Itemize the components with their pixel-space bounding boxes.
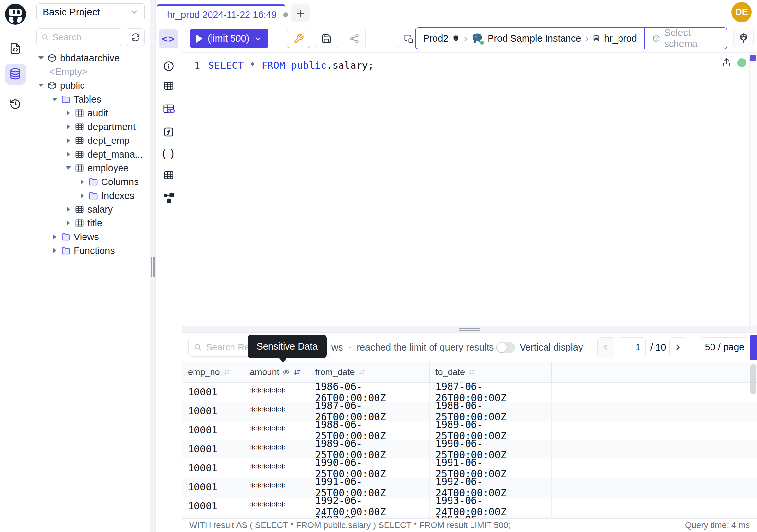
cell-amount-masked[interactable]: ****** <box>244 478 309 497</box>
cell-from_date[interactable]: 1992-06-24T00:00:00Z <box>309 497 430 516</box>
tree-item-functions[interactable]: Functions <box>31 244 150 258</box>
cell-to_date[interactable]: 1992-06-24T00:00:00Z <box>430 478 552 497</box>
cell-emp_no[interactable]: 10001 <box>182 497 244 516</box>
cell-to_date[interactable]: 1990-06-25T00:00:00Z <box>430 440 552 459</box>
tree-item-tables[interactable]: Tables <box>31 92 150 106</box>
cell-from_date[interactable]: 1989-06-25T00:00:00Z <box>309 440 430 459</box>
table-row[interactable]: 10001 ****** 1990-06-25T00:00:00Z 1991-0… <box>182 459 757 478</box>
run-query-button[interactable]: (limit 500) <box>190 29 268 48</box>
cell-to_date[interactable]: 1989-06-25T00:00:00Z <box>430 421 552 440</box>
column-header-to_date[interactable]: to_date <box>430 362 552 382</box>
table-row[interactable]: 10001 ****** 1992-06-24T00:00:00Z 1993-0… <box>182 497 757 516</box>
sort-icon[interactable] <box>468 368 476 376</box>
tree-item-public[interactable]: public <box>31 78 150 92</box>
sidebar-search[interactable] <box>36 28 122 46</box>
table-row-clipped[interactable]: 10001 ****** 1993-06-24T00:00:00Z 1994-0… <box>182 516 757 518</box>
ai-assistant-button[interactable] <box>733 28 754 48</box>
new-tab-button[interactable]: + <box>291 4 310 22</box>
active-worksheet-tab[interactable]: hr_prod 2024-11-22 16:49 <box>157 4 285 24</box>
column-header-from_date[interactable]: from_date <box>309 362 430 382</box>
cell-amount-masked[interactable]: ****** <box>244 459 309 478</box>
history-icon[interactable] <box>5 94 26 115</box>
select-schema-button[interactable]: Select schema <box>644 28 727 49</box>
export-button-edge[interactable] <box>750 335 757 360</box>
table-row[interactable]: 10001 ****** 1988-06-25T00:00:00Z 1989-0… <box>182 421 757 440</box>
sort-icon[interactable] <box>358 368 366 376</box>
cell-from_date[interactable]: 1986-06-26T00:00:00Z <box>309 383 430 402</box>
table-row[interactable]: 10001 ****** 1991-06-25T00:00:00Z 1992-0… <box>182 478 757 497</box>
table-row[interactable]: 10001 ****** 1989-06-25T00:00:00Z 1990-0… <box>182 440 757 459</box>
chevron-collapsed-icon[interactable] <box>65 124 72 129</box>
cell-to_date[interactable]: 1994-06-24T00:00:00Z <box>430 516 552 518</box>
save-button[interactable] <box>315 29 338 48</box>
chevron-collapsed-icon[interactable] <box>65 110 72 116</box>
sql-editor[interactable]: 1 SELECT * FROM public.salary; <box>182 53 757 326</box>
cell-from_date[interactable]: 1990-06-25T00:00:00Z <box>309 459 430 478</box>
chevron-collapsed-icon[interactable] <box>51 248 58 253</box>
tree-item-employee[interactable]: employee <box>31 161 150 175</box>
chevron-collapsed-icon[interactable] <box>65 220 72 226</box>
cell-amount-masked[interactable]: ****** <box>244 497 309 516</box>
cell-from_date[interactable]: 1987-06-26T00:00:00Z <box>309 402 430 421</box>
cell-amount-masked[interactable]: ****** <box>244 421 309 440</box>
cell-emp_no[interactable]: 10001 <box>182 402 244 421</box>
cell-amount-masked[interactable]: ****** <box>244 383 309 402</box>
cell-to_date[interactable]: 1993-06-24T00:00:00Z <box>430 497 552 516</box>
tables-panel-icon[interactable] <box>159 76 178 95</box>
tree-item-dept_manager[interactable]: dept_mana... <box>31 147 150 161</box>
chevron-collapsed-icon[interactable] <box>65 207 72 212</box>
chevron-expanded-icon[interactable] <box>65 167 72 170</box>
info-icon[interactable] <box>159 57 178 76</box>
tree-item-title[interactable]: title <box>31 216 150 230</box>
upload-icon[interactable] <box>721 57 732 68</box>
admin-wrench-button[interactable] <box>287 29 310 48</box>
cell-to_date[interactable]: 1987-06-26T00:00:00Z <box>430 383 552 402</box>
connection-path[interactable]: Prod2 › Prod Sample Instance › hr_prod <box>416 28 644 49</box>
database-icon[interactable] <box>5 64 26 84</box>
chevron-expanded-icon[interactable] <box>38 56 44 60</box>
cell-emp_no[interactable]: 10001 <box>182 440 244 459</box>
chevron-collapsed-icon[interactable] <box>65 138 72 143</box>
table-row[interactable]: 10001 ****** 1987-06-26T00:00:00Z 1988-0… <box>182 402 757 421</box>
prev-page-button[interactable] <box>597 337 614 357</box>
sql-code-line[interactable]: SELECT * FROM public.salary; <box>208 60 374 71</box>
cell-to_date[interactable]: 1991-06-25T00:00:00Z <box>430 459 552 478</box>
cell-emp_no[interactable]: 10001 <box>182 383 244 402</box>
chevron-collapsed-icon[interactable] <box>51 234 58 239</box>
user-avatar[interactable]: DE <box>732 2 752 22</box>
sidebar-resize-handle[interactable] <box>150 0 156 532</box>
editor-scrollbar[interactable] <box>749 53 757 326</box>
panel-resize-handle[interactable] <box>182 326 757 333</box>
chevron-collapsed-icon[interactable] <box>65 152 72 157</box>
refresh-button[interactable] <box>126 28 145 46</box>
table-scrollbar-thumb[interactable] <box>750 364 756 394</box>
page-size-select[interactable]: 50 / page <box>701 337 748 357</box>
cell-amount-masked[interactable]: ****** <box>244 440 309 459</box>
next-page-button[interactable] <box>669 337 686 357</box>
chevron-collapsed-icon[interactable] <box>79 179 85 184</box>
tree-item-indexes[interactable]: Indexes <box>31 189 150 203</box>
sort-icon-active[interactable] <box>293 368 301 376</box>
schema-diagram-icon[interactable] <box>159 188 178 207</box>
cell-from_date[interactable]: 1993-06-24T00:00:00Z <box>309 516 430 518</box>
procedures-panel-icon[interactable]: ( ) <box>159 144 178 163</box>
cell-amount-masked[interactable]: ****** <box>244 516 309 518</box>
tree-item-columns[interactable]: Columns <box>31 175 150 189</box>
editor-scrollbar-thumb[interactable] <box>750 55 756 61</box>
tree-item-dept_emp[interactable]: dept_emp <box>31 134 150 147</box>
bytebase-logo-icon[interactable] <box>5 4 26 24</box>
sort-icon[interactable] <box>223 368 231 376</box>
functions-panel-icon[interactable] <box>159 122 178 141</box>
chevron-expanded-icon[interactable] <box>51 98 58 101</box>
tree-item-views[interactable]: Views <box>31 230 150 244</box>
column-header-emp_no[interactable]: emp_no <box>182 362 244 382</box>
worksheet-icon[interactable] <box>5 38 26 59</box>
share-button[interactable] <box>343 29 366 48</box>
page-number-input[interactable] <box>619 337 646 357</box>
chevron-down-icon[interactable] <box>254 35 262 43</box>
tree-item-audit[interactable]: audit <box>31 106 150 120</box>
tree-item-salary[interactable]: salary <box>31 203 150 216</box>
chevron-collapsed-icon[interactable] <box>79 193 85 198</box>
vertical-display-toggle[interactable] <box>496 342 515 353</box>
cell-emp_no[interactable]: 10001 <box>182 478 244 497</box>
